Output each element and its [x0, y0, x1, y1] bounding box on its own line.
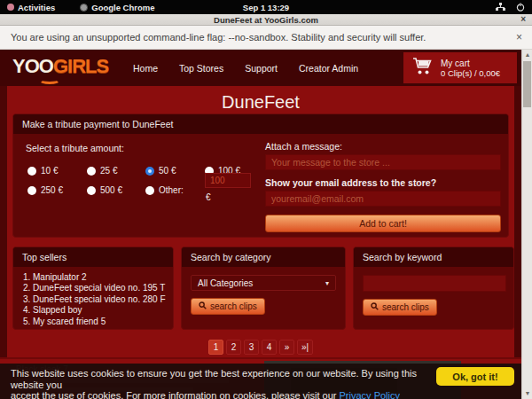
- pagination: 1 2 3 4 » »|: [7, 340, 514, 355]
- tribute-panel-body: Select a tribute amount: 10 € 25 € 50 €: [13, 134, 508, 238]
- clock[interactable]: Sep 1 13:29: [0, 3, 532, 12]
- page-button-2[interactable]: 2: [226, 340, 241, 355]
- amount-radio-10[interactable]: 10 €: [27, 166, 58, 176]
- radio-icon[interactable]: [87, 186, 96, 195]
- cart-title: My cart: [441, 59, 500, 68]
- nav-item-creator-admin[interactable]: Creator Admin: [299, 63, 358, 74]
- site-header: YOOGIRLS Home Top Stores Support Creator…: [0, 50, 521, 86]
- radio-icon[interactable]: [27, 186, 36, 195]
- add-to-cart-button[interactable]: Add to cart!: [265, 215, 501, 232]
- chevron-down-icon: ▾: [325, 279, 329, 287]
- screen: Activities Google Chrome Sep 1 13:29 Dun…: [0, 0, 532, 399]
- amount-radio-other[interactable]: Other:: [145, 185, 184, 195]
- my-cart-box[interactable]: My cart 0 Clip(s) / 0,00€: [403, 52, 517, 83]
- warning-text: You are using an unsupported command-lin…: [11, 32, 426, 43]
- chrome-warning-bar: You are using an unsupported command-lin…: [0, 26, 532, 50]
- page-body: DuneFeet Make a tribute payment to DuneF…: [7, 86, 514, 399]
- radio-label: Other:: [159, 185, 184, 195]
- cookie-line1: This website uses cookies to ensure you …: [11, 368, 417, 390]
- search-clips-keyword-button[interactable]: search clips: [363, 299, 437, 316]
- top-seller-item[interactable]: My scared friend 5: [33, 317, 173, 327]
- search-keyword-header: Search by keyword: [354, 247, 513, 267]
- search-clips-category-button[interactable]: search clips: [191, 298, 265, 315]
- page-button-4[interactable]: 4: [262, 340, 277, 355]
- scroll-up-icon[interactable]: ▲: [522, 50, 532, 60]
- tribute-panel: Make a tribute payment to DuneFeet Selec…: [12, 113, 509, 238]
- scroll-down-icon[interactable]: ▼: [522, 388, 532, 399]
- search-icon: [371, 302, 379, 312]
- amount-radio-25[interactable]: 25 €: [87, 166, 117, 176]
- search-icon: [199, 301, 207, 311]
- privacy-policy-link[interactable]: Privacy Policy: [340, 390, 400, 399]
- top-sellers-panel: Top sellers Manipulator 2 DuneFeet speci…: [12, 246, 174, 330]
- window-close-icon[interactable]: ×: [520, 14, 526, 25]
- amount-radio-50[interactable]: 50 €: [145, 166, 176, 176]
- warning-close-icon[interactable]: ×: [516, 31, 522, 43]
- top-seller-item[interactable]: Manipulator 2: [33, 272, 173, 283]
- footer-divider: [0, 357, 521, 359]
- page-button-last[interactable]: »|: [297, 340, 313, 355]
- page-button-1[interactable]: 1: [208, 340, 223, 355]
- top-seller-item[interactable]: DuneFeet special video no. 195 T: [33, 283, 173, 293]
- top-seller-item[interactable]: DuneFeet special video no. 280 F: [33, 294, 173, 305]
- tribute-panel-header: Make a tribute payment to DuneFeet: [13, 114, 508, 134]
- nav-item-top-stores[interactable]: Top Stores: [179, 63, 223, 74]
- page-button-next[interactable]: »: [279, 340, 294, 355]
- search-keyword-panel: Search by keyword search clips: [353, 246, 514, 330]
- radio-icon[interactable]: [87, 167, 96, 176]
- search-category-panel: Search by category All Categories ▾ sear…: [181, 246, 346, 330]
- email-input[interactable]: [265, 191, 501, 207]
- scrollbar-thumb[interactable]: [523, 61, 531, 107]
- radio-label: 25 €: [100, 166, 117, 176]
- logo-part-yoo: YOO: [12, 55, 53, 77]
- amount-radio-250[interactable]: 250 €: [27, 185, 63, 195]
- other-amount-input[interactable]: [205, 173, 251, 188]
- page-viewport: YOOGIRLS Home Top Stores Support Creator…: [0, 50, 521, 399]
- radio-icon[interactable]: [145, 186, 154, 195]
- keyword-input[interactable]: [363, 275, 506, 292]
- radio-label: 500 €: [100, 185, 122, 195]
- search-clips-label: search clips: [382, 302, 429, 312]
- category-select[interactable]: All Categories ▾: [191, 275, 336, 291]
- page-button-3[interactable]: 3: [244, 340, 259, 355]
- page-title: DuneFeet: [7, 86, 514, 113]
- top-sellers-list: Manipulator 2 DuneFeet special video no.…: [33, 272, 173, 327]
- power-icon[interactable]: [516, 3, 525, 12]
- email-label: Show your email address to the store?: [265, 177, 501, 188]
- main-nav: Home Top Stores Support Creator Admin: [133, 50, 358, 86]
- radio-label: 10 €: [41, 166, 58, 176]
- amount-label: Select a tribute amount:: [26, 143, 124, 153]
- logo-part-girls: GIRLS: [53, 55, 108, 77]
- nav-item-support[interactable]: Support: [245, 63, 278, 74]
- radio-icon[interactable]: [27, 167, 36, 176]
- top-sellers-header: Top sellers: [13, 247, 173, 267]
- message-label: Attach a message:: [265, 141, 501, 152]
- radio-icon[interactable]: [145, 167, 154, 176]
- bottom-panels: Top sellers Manipulator 2 DuneFeet speci…: [12, 246, 514, 330]
- cart-summary: 0 Clip(s) / 0,00€: [441, 68, 500, 78]
- cookie-line2: accept the use of cookies. For more info…: [11, 390, 340, 399]
- cookie-accept-button[interactable]: Ok, got it!: [436, 367, 514, 386]
- category-select-value: All Categories: [198, 278, 253, 288]
- site-logo[interactable]: YOOGIRLS: [12, 55, 108, 78]
- scrollbar[interactable]: ▲ ▼: [521, 50, 532, 399]
- euro-symbol: €: [206, 192, 211, 202]
- cookie-notice: This website uses cookies to ensure you …: [0, 364, 521, 399]
- radio-label: 250 €: [41, 185, 63, 195]
- logo-smile-icon: [39, 76, 60, 84]
- cookie-text: This website uses cookies to ensure you …: [11, 368, 434, 399]
- window-title: DuneFeet at YooGirls.com: [214, 15, 318, 25]
- amount-radio-500[interactable]: 500 €: [87, 185, 122, 195]
- radio-label: 50 €: [159, 166, 176, 176]
- search-clips-label: search clips: [210, 301, 257, 311]
- system-top-bar: Activities Google Chrome Sep 1 13:29: [0, 0, 532, 14]
- network-icon[interactable]: [496, 3, 505, 12]
- nav-item-home[interactable]: Home: [133, 63, 158, 74]
- message-input[interactable]: [265, 154, 501, 170]
- cart-icon: [412, 57, 434, 80]
- browser-title-bar[interactable]: DuneFeet at YooGirls.com ×: [0, 14, 532, 26]
- top-seller-item[interactable]: Slapped boy: [33, 305, 173, 316]
- search-category-header: Search by category: [182, 247, 345, 267]
